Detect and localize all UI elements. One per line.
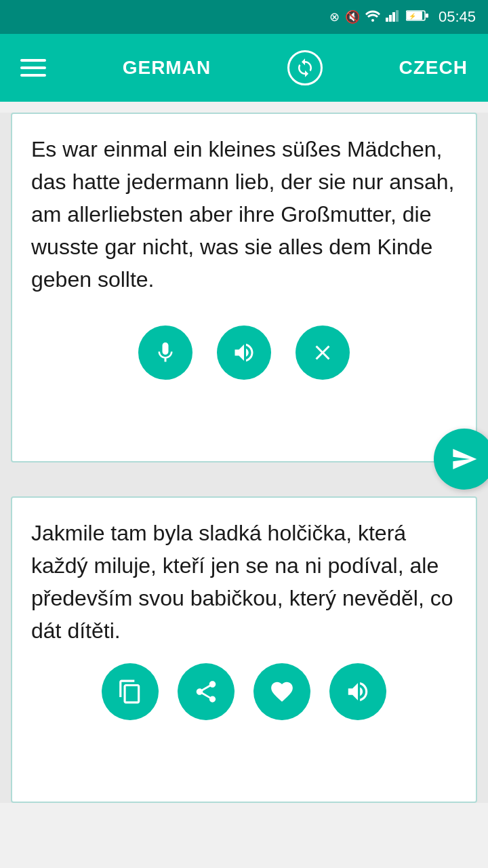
copy-button[interactable] [102,663,159,720]
navbar: GERMAN CZECH [0,34,488,102]
svg-rect-1 [386,18,388,22]
status-bar: ⊗ 🔇 ⚡ [0,0,488,34]
source-panel-wrapper: Es war einmal ein kleines süßes Mädchen,… [0,113,488,462]
svg-rect-2 [389,15,392,22]
status-icons: ⊗ 🔇 ⚡ [329,8,476,26]
bluetooth-icon: ⊗ [329,9,340,24]
target-panel-buttons [31,647,457,727]
svg-rect-4 [396,10,399,22]
microphone-button[interactable] [138,326,192,380]
target-speaker-button[interactable] [329,663,386,720]
signal-icon [386,9,401,25]
status-time: 05:45 [439,8,476,26]
main-content: Es war einmal ein kleines süßes Mädchen,… [0,113,488,803]
menu-button[interactable] [20,59,46,77]
target-language-label[interactable]: CZECH [399,57,468,79]
favorite-button[interactable] [253,663,310,720]
clear-button[interactable] [296,326,350,380]
panel-divider [0,462,488,496]
svg-text:⚡: ⚡ [409,12,417,20]
source-speaker-button[interactable] [217,326,271,380]
svg-point-0 [371,19,374,22]
source-language-label[interactable]: GERMAN [123,57,211,79]
source-text-panel: Es war einmal ein kleines süßes Mädchen,… [11,113,477,462]
source-panel-buttons [31,312,457,393]
wifi-icon [365,9,380,25]
send-translate-button[interactable] [434,429,488,490]
share-button[interactable] [178,663,235,720]
svg-rect-7 [426,14,428,18]
mute-icon: 🔇 [345,9,360,24]
svg-rect-3 [392,12,395,22]
swap-languages-button[interactable] [287,50,323,85]
battery-icon: ⚡ [406,9,429,24]
target-text: Jakmile tam byla sladká holčička, která … [31,517,457,647]
target-text-panel: Jakmile tam byla sladká holčička, která … [11,496,477,803]
source-text[interactable]: Es war einmal ein kleines süßes Mädchen,… [31,133,457,296]
